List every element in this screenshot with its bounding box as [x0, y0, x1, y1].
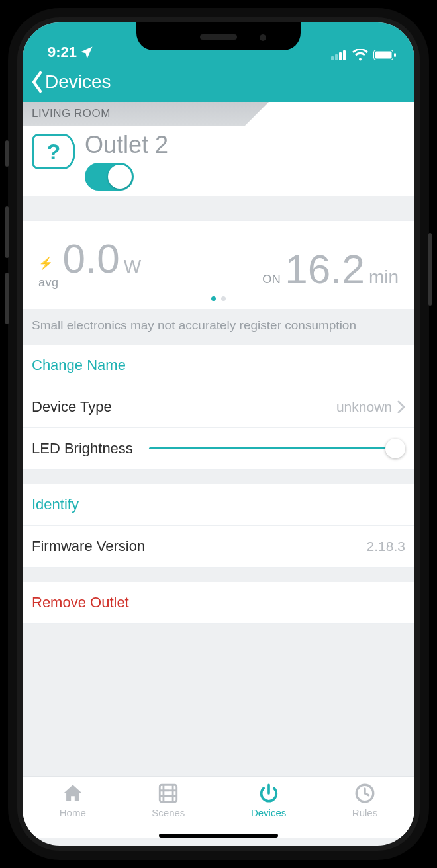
tab-rules-label: Rules	[352, 807, 377, 818]
room-band: LIVING ROOM	[23, 102, 414, 126]
wifi-icon	[352, 49, 368, 61]
tabbar: Home Scenes Devices Rules	[23, 776, 414, 838]
battery-icon	[373, 50, 396, 60]
avg-power-unit: W	[124, 256, 141, 277]
tab-scenes[interactable]: Scenes	[152, 782, 185, 818]
bolt-icon: ⚡	[38, 256, 54, 271]
navbar: Devices	[23, 62, 414, 102]
home-icon	[62, 782, 84, 804]
tab-rules[interactable]: Rules	[352, 782, 377, 818]
svg-rect-2	[339, 52, 342, 60]
on-time-unit: min	[369, 267, 399, 288]
home-indicator[interactable]	[159, 834, 278, 838]
power-icon	[258, 782, 280, 804]
film-icon	[157, 782, 179, 804]
clock-icon	[354, 782, 376, 804]
change-name-row[interactable]: Change Name	[23, 345, 414, 386]
back-button[interactable]: Devices	[30, 71, 111, 93]
chevron-left-icon	[30, 71, 44, 93]
remove-outlet-row[interactable]: Remove Outlet	[23, 582, 414, 624]
svg-rect-7	[160, 785, 177, 802]
on-time-stat: ON 16.2 min	[262, 249, 399, 290]
firmware-value: 2.18.3	[367, 539, 405, 554]
svg-rect-6	[394, 53, 396, 57]
screen: 9:21	[23, 22, 414, 846]
svg-rect-3	[343, 50, 346, 60]
device-type-value: unknown	[336, 399, 392, 415]
back-label: Devices	[45, 71, 111, 93]
identify-row[interactable]: Identify	[23, 484, 414, 526]
consumption-note: Small electronics may not accurately reg…	[23, 309, 414, 345]
tab-home-label: Home	[60, 807, 86, 818]
remove-outlet-label: Remove Outlet	[32, 594, 129, 611]
room-name: LIVING ROOM	[32, 107, 111, 120]
tab-home[interactable]: Home	[60, 782, 86, 818]
device-type-label: Device Type	[32, 398, 112, 415]
page-dots[interactable]	[38, 296, 399, 301]
cellular-icon	[331, 50, 347, 60]
on-time-value: 16.2	[285, 249, 365, 290]
location-icon	[81, 46, 93, 58]
chevron-right-icon	[397, 400, 405, 413]
avg-power-value: 0.0	[63, 238, 120, 279]
status-time: 9:21	[48, 44, 77, 61]
power-toggle[interactable]	[85, 163, 134, 191]
change-name-label: Change Name	[32, 357, 126, 374]
tab-scenes-label: Scenes	[152, 807, 185, 818]
svg-rect-0	[331, 56, 334, 60]
tab-devices-label: Devices	[251, 807, 286, 818]
device-type-row[interactable]: Device Type unknown	[23, 386, 414, 428]
led-brightness-row: LED Brightness	[23, 428, 414, 470]
led-brightness-slider[interactable]	[149, 440, 405, 457]
tab-devices[interactable]: Devices	[251, 782, 286, 818]
phone-frame: 9:21	[8, 8, 429, 860]
question-icon: ?	[32, 134, 75, 169]
outlet-header: ? Outlet 2	[23, 126, 414, 196]
led-brightness-label: LED Brightness	[32, 440, 133, 457]
settings-list: Change Name Device Type unknown LED Brig…	[23, 345, 414, 470]
stats-panel[interactable]: ⚡avg 0.0 W ON 16.2 min	[23, 220, 414, 309]
firmware-label: Firmware Version	[32, 538, 145, 555]
svg-rect-1	[335, 54, 338, 60]
outlet-name: Outlet 2	[85, 131, 168, 159]
notch	[136, 22, 301, 50]
identify-label: Identify	[32, 496, 79, 513]
firmware-row: Firmware Version 2.18.3	[23, 526, 414, 568]
svg-rect-5	[375, 52, 392, 59]
avg-power-stat: ⚡avg 0.0 W	[38, 238, 141, 290]
